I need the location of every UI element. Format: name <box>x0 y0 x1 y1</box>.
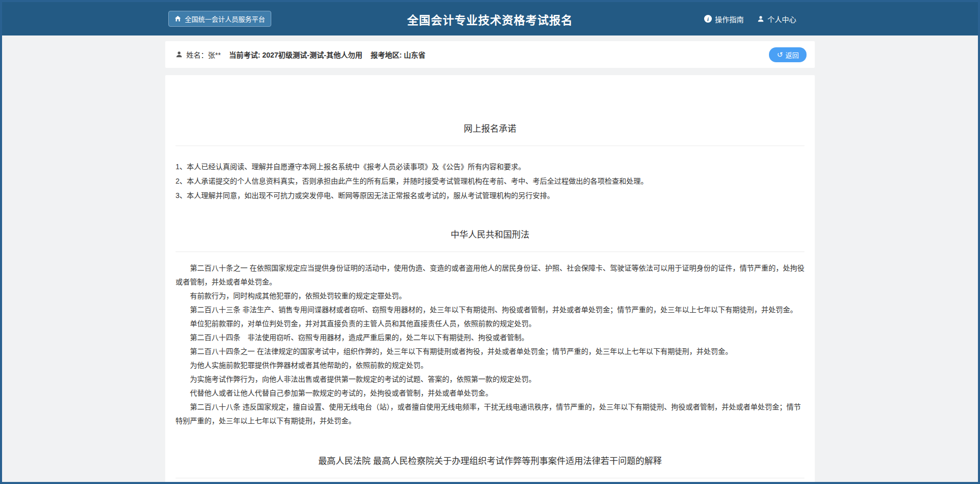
back-icon: ↺ <box>777 51 783 58</box>
back-button[interactable]: ↺ 返回 <box>769 47 807 62</box>
platform-badge-label: 全国统一会计人员服务平台 <box>185 14 265 24</box>
platform-badge-button[interactable]: 全国统一会计人员服务平台 <box>168 11 271 27</box>
list-item: 1、本人已经认真阅读、理解并自愿遵守本网上报名系统中《报考人员必读事项》及《公告… <box>176 159 804 174</box>
current-exam-label: 当前考试: <box>229 49 262 60</box>
main-content-card: 网上报名承诺 1、本人已经认真阅读、理解并自愿遵守本网上报名系统中《报考人员必读… <box>165 75 815 484</box>
exam-region-value: 山东省 <box>404 49 426 60</box>
law-paragraph: 代替他人或者让他人代替自己参加第一款规定的考试的，处拘役或者管制，并处或者单处罚… <box>176 386 804 400</box>
user-name: 姓名：张** <box>186 49 221 60</box>
user-info-bar: 姓名：张** 当前考试: 2027初级测试-测试-其他人勿用 报考地区: 山东省… <box>165 41 815 68</box>
current-exam: 当前考试: 2027初级测试-测试-其他人勿用 <box>229 49 362 60</box>
user-name-value: 张** <box>208 49 221 60</box>
law-paragraph: 第二百八十条之一 在依照国家规定应当提供身份证明的活动中，使用伪造、变造的或者盗… <box>176 261 804 289</box>
law-paragraph: 第二百八十四条之一 在法律规定的国家考试中，组织作弊的，处三年以下有期徒刑或者拘… <box>176 345 804 358</box>
law-paragraph: 第二百八十四条 非法使用窃听、窃照专用器材，造成严重后果的，处二年以下有期徒刑、… <box>176 331 804 345</box>
criminal-law-title: 中华人民共和国刑法 <box>176 227 804 240</box>
back-button-label: 返回 <box>785 50 799 60</box>
app-header: 全国统一会计人员服务平台 全国会计专业技术资格考试报名 i 操作指南 个人中心 <box>2 2 978 35</box>
law-paragraph: 为他人实施前款犯罪提供作弊器材或者其他帮助的，依照前款的规定处罚。 <box>176 358 804 372</box>
home-icon <box>174 15 181 22</box>
section-promise: 网上报名承诺 1、本人已经认真阅读、理解并自愿遵守本网上报名系统中《报考人员必读… <box>176 121 804 203</box>
user-icon <box>176 51 183 58</box>
divider <box>176 252 804 252</box>
personal-center-label: 个人中心 <box>767 14 796 24</box>
section-criminal-law: 中华人民共和国刑法 第二百八十条之一 在依照国家规定应当提供身份证明的活动中，使… <box>176 227 804 428</box>
guide-link-label: 操作指南 <box>715 14 744 24</box>
header-links: i 操作指南 个人中心 <box>704 14 796 24</box>
criminal-law-text: 第二百八十条之一 在依照国家规定应当提供身份证明的活动中，使用伪造、变造的或者盗… <box>176 261 804 428</box>
list-item: 2、本人承诺提交的个人信息资料真实，否则承担由此产生的所有后果，并随时接受考试管… <box>176 174 804 188</box>
law-paragraph: 单位犯前款罪的，对单位判处罚金，并对其直接负责的主管人员和其他直接责任人员，依照… <box>176 317 804 331</box>
user-name-label: 姓名： <box>186 49 208 60</box>
divider <box>176 146 804 146</box>
exam-region: 报考地区: 山东省 <box>371 49 426 60</box>
list-item: 3、本人理解并同意，如出现不可抗力或突发停电、断网等原因无法正常报名或考试的，服… <box>176 188 804 203</box>
law-paragraph: 有前款行为，同时构成其他犯罪的，依照处罚较重的规定定罪处罚。 <box>176 289 804 303</box>
exam-region-label: 报考地区: <box>371 49 404 60</box>
law-paragraph: 第二百八十八条 违反国家规定，擅自设置、使用无线电台（站），或者擅自使用无线电频… <box>176 400 804 428</box>
info-icon: i <box>704 15 712 23</box>
interpretation-title: 最高人民法院 最高人民检察院关于办理组织考试作弊等刑事案件适用法律若干问题的解释 <box>176 454 804 467</box>
section-interpretation: 最高人民法院 最高人民检察院关于办理组织考试作弊等刑事案件适用法律若干问题的解释… <box>176 454 804 484</box>
current-exam-value: 2027初级测试-测试-其他人勿用 <box>262 49 362 60</box>
divider <box>176 478 804 478</box>
promise-title: 网上报名承诺 <box>176 121 804 134</box>
guide-link[interactable]: i 操作指南 <box>704 14 744 24</box>
law-paragraph: 为实施考试作弊行为，向他人非法出售或者提供第一款规定的考试的试题、答案的，依照第… <box>176 372 804 386</box>
promise-list: 1、本人已经认真阅读、理解并自愿遵守本网上报名系统中《报考人员必读事项》及《公告… <box>176 159 804 203</box>
person-icon <box>757 15 764 23</box>
header-inner: 全国统一会计人员服务平台 全国会计专业技术资格考试报名 i 操作指南 个人中心 <box>165 2 815 35</box>
personal-center-link[interactable]: 个人中心 <box>757 14 796 24</box>
law-paragraph: 第二百八十三条 非法生产、销售专用间谍器材或者窃听、窃照专用器材的，处三年以下有… <box>176 303 804 317</box>
